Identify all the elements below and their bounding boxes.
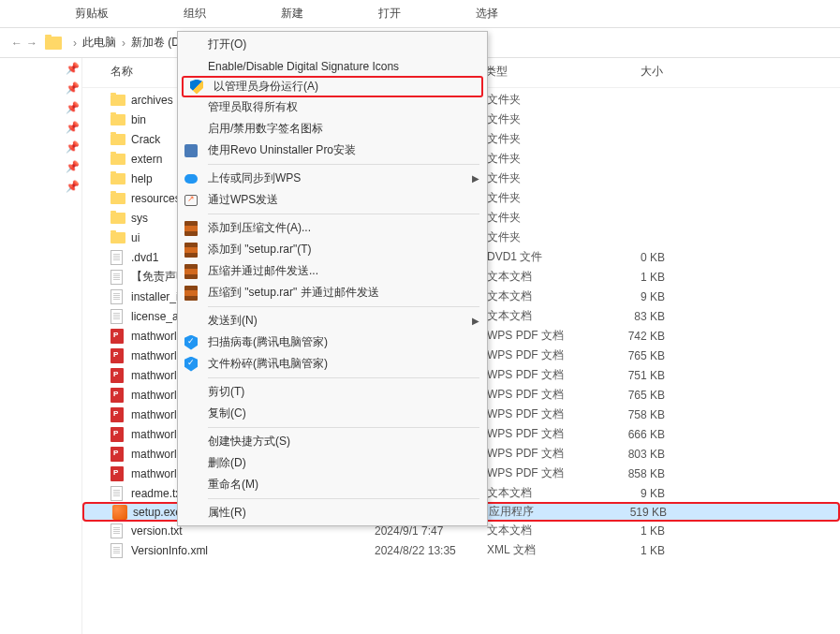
pdf-icon — [111, 388, 125, 403]
pin-icon[interactable]: 📌 — [0, 176, 81, 196]
pdf-icon — [111, 447, 125, 462]
rar-icon — [182, 286, 200, 301]
menu-label: 删除(D) — [208, 455, 479, 471]
menu-item[interactable]: 以管理员身份运行(A) — [182, 76, 483, 97]
menu-item[interactable]: 通过WPS发送 — [178, 189, 487, 211]
menu-item[interactable]: 创建快捷方式(S) — [178, 431, 487, 452]
file-type: 文本文档 — [487, 485, 590, 501]
menu-item[interactable]: 删除(D) — [178, 452, 487, 474]
folder-icon — [111, 191, 125, 206]
blank-icon — [182, 478, 200, 493]
file-size: 666 KB — [590, 428, 665, 441]
menu-item[interactable]: 打开(O) — [178, 34, 487, 55]
file-type: 文件夹 — [487, 131, 590, 147]
menu-label: 文件粉碎(腾讯电脑管家) — [208, 356, 479, 372]
toolbar: 剪贴板 组织 新建 打开 选择 — [0, 0, 840, 28]
blank-icon — [182, 406, 200, 421]
menu-item[interactable]: 添加到压缩文件(A)... — [178, 217, 487, 239]
toolbar-clipboard[interactable]: 剪贴板 — [37, 6, 146, 22]
file-size: 751 KB — [590, 369, 665, 382]
menu-label: 创建快捷方式(S) — [208, 434, 479, 450]
menu-item[interactable]: 发送到(N)▶ — [178, 310, 487, 332]
file-size: 1 KB — [590, 544, 665, 557]
menu-item[interactable]: 添加到 "setup.rar"(T) — [178, 239, 487, 260]
menu-label: 复制(C) — [208, 405, 479, 421]
doc-icon — [111, 270, 125, 285]
menu-item[interactable]: 重命名(M) — [178, 474, 487, 495]
doc-icon — [111, 486, 125, 501]
file-size: 803 KB — [590, 448, 665, 461]
menu-label: 上传或同步到WPS — [208, 170, 472, 186]
menu-item[interactable]: 管理员取得所有权 — [178, 96, 487, 118]
menu-item[interactable]: Enable/Disable Digital Signature Icons — [178, 55, 487, 77]
revo-icon — [182, 143, 200, 158]
file-type: 文件夹 — [487, 92, 590, 108]
toolbar-organize[interactable]: 组织 — [146, 6, 243, 22]
menu-label: 启用/禁用数字签名图标 — [208, 121, 479, 137]
menu-item[interactable]: 属性(R) — [178, 502, 487, 523]
menu-separator — [208, 377, 479, 378]
blank-icon — [182, 506, 200, 521]
shield-icon — [187, 80, 206, 95]
pdf-icon — [111, 348, 125, 363]
folder-icon — [111, 211, 125, 226]
menu-item[interactable]: 压缩并通过邮件发送... — [178, 260, 487, 282]
menu-item[interactable]: 启用/禁用数字签名图标 — [178, 118, 487, 140]
file-type: DVD1 文件 — [487, 249, 590, 265]
col-size[interactable]: 大小 — [588, 64, 663, 80]
pin-icon[interactable]: 📌 — [0, 137, 81, 156]
doc-icon — [111, 250, 125, 265]
file-type: 文件夹 — [487, 190, 590, 206]
menu-separator — [208, 164, 479, 165]
file-size: 765 KB — [590, 349, 665, 362]
doc-icon — [111, 309, 125, 324]
file-type: WPS PDF 文档 — [487, 446, 590, 462]
submenu-arrow-icon: ▶ — [472, 316, 479, 326]
pin-icon[interactable]: 📌 — [0, 58, 81, 78]
toolbar-new[interactable]: 新建 — [243, 6, 341, 22]
menu-item[interactable]: 文件粉碎(腾讯电脑管家) — [178, 353, 487, 375]
pin-icon[interactable]: 📌 — [0, 156, 81, 176]
file-size: 9 KB — [590, 290, 665, 303]
blank-icon — [182, 122, 200, 137]
toolbar-select[interactable]: 选择 — [438, 6, 536, 22]
menu-label: 压缩并通过邮件发送... — [208, 263, 479, 279]
blank-icon — [182, 37, 200, 52]
menu-label: Enable/Disable Digital Signature Icons — [208, 60, 479, 73]
doc-icon — [111, 543, 125, 558]
exe-icon — [112, 505, 127, 520]
menu-item[interactable]: 使用Revo Uninstaller Pro安装 — [178, 140, 487, 161]
pin-icon[interactable]: 📌 — [0, 97, 81, 117]
menu-item[interactable]: 上传或同步到WPS▶ — [178, 168, 487, 189]
file-type: 文本文档 — [487, 269, 590, 285]
pin-icon[interactable]: 📌 — [0, 117, 81, 137]
col-type[interactable]: 类型 — [485, 64, 588, 80]
pdf-icon — [111, 407, 125, 422]
chevron-right-icon: › — [116, 37, 131, 50]
breadcrumb-pc[interactable]: 此电脑 — [82, 35, 116, 51]
folder-icon — [111, 132, 125, 147]
menu-separator — [208, 498, 479, 499]
pin-icon[interactable]: 📌 — [0, 78, 81, 97]
menu-item[interactable]: 复制(C) — [178, 403, 487, 424]
blank-icon — [182, 314, 200, 329]
file-type: WPS PDF 文档 — [487, 406, 590, 422]
menu-separator — [208, 427, 479, 428]
back-arrow-icon[interactable]: ← — [9, 37, 24, 50]
file-row[interactable]: VersionInfo.xml2024/8/22 13:35XML 文档1 KB — [82, 540, 840, 560]
file-size: 9 KB — [590, 487, 665, 500]
doc-icon — [111, 523, 125, 538]
menu-item[interactable]: 扫描病毒(腾讯电脑管家) — [178, 332, 487, 353]
file-name: VersionInfo.xml — [131, 544, 375, 557]
menu-label: 重命名(M) — [208, 477, 479, 493]
file-size: 765 KB — [590, 389, 665, 402]
forward-arrow-icon[interactable]: → — [24, 37, 39, 50]
toolbar-open[interactable]: 打开 — [341, 6, 438, 22]
file-type: WPS PDF 文档 — [487, 465, 590, 481]
folder-icon — [111, 152, 125, 167]
file-type: 文件夹 — [487, 210, 590, 226]
menu-item[interactable]: 压缩到 "setup.rar" 并通过邮件发送 — [178, 282, 487, 303]
menu-label: 通过WPS发送 — [208, 192, 479, 208]
file-type: 文本文档 — [487, 308, 590, 324]
menu-item[interactable]: 剪切(T) — [178, 381, 487, 403]
